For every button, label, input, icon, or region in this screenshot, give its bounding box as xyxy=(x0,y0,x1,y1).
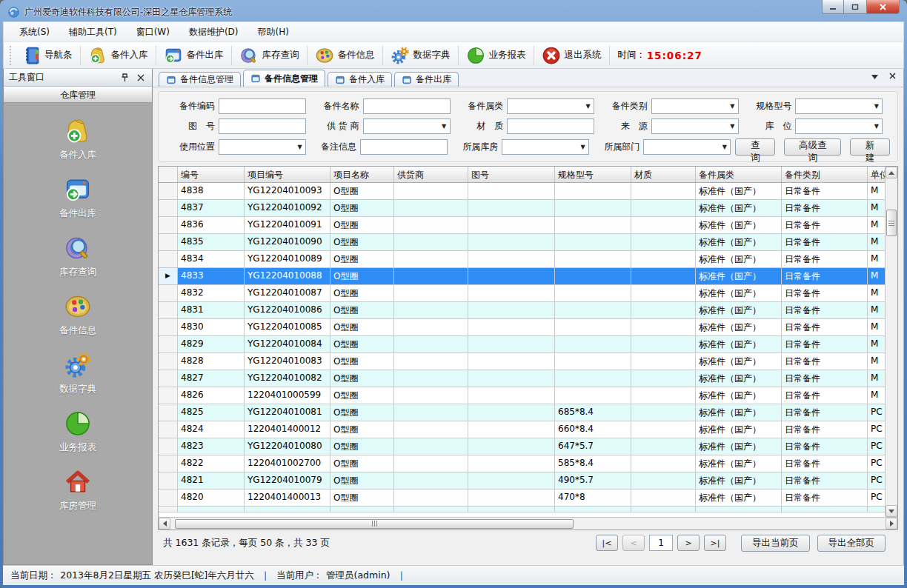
tab-list-dropdown-icon[interactable] xyxy=(869,72,880,81)
table-row[interactable]: 4835YG12204010090O型圈标准件（国产）日常备件M xyxy=(159,234,885,251)
search-select[interactable]: ▼ xyxy=(219,139,306,155)
table-row[interactable]: 48261220401000599O型圈标准件（国产）日常备件M xyxy=(159,387,885,404)
menu-item-4[interactable]: 帮助(H) xyxy=(248,23,299,41)
search-select[interactable]: ▼ xyxy=(651,118,739,134)
scroll-up-icon[interactable] xyxy=(886,167,897,178)
sidebar-item-business-report[interactable]: 业务报表 xyxy=(4,403,152,461)
table-row[interactable]: 4837YG12204010092O型圈标准件（国产）日常备件M xyxy=(159,200,885,217)
maximize-button[interactable] xyxy=(844,0,866,14)
scroll-down-icon[interactable] xyxy=(886,505,897,517)
row-selector-cell[interactable]: ▶ xyxy=(159,268,178,284)
export-all-pages-button[interactable]: 导出全部页 xyxy=(817,535,886,552)
horizontal-scroll-thumb[interactable] xyxy=(175,519,574,529)
table-row[interactable]: 4831YG12204010086O型圈标准件（国产）日常备件M xyxy=(159,302,885,319)
next-page-button[interactable]: > xyxy=(677,535,700,551)
column-header[interactable]: 图号 xyxy=(468,167,555,182)
table-row[interactable]: 4821YG12204010079O型圈490*5.7标准件（国产）日常备件PC xyxy=(159,472,885,490)
horizontal-scrollbar[interactable] xyxy=(159,517,897,529)
first-page-button[interactable]: |< xyxy=(596,535,618,551)
query-button[interactable]: 查询 xyxy=(735,138,775,156)
menu-item-3[interactable]: 数据维护(D) xyxy=(179,23,248,41)
menu-item-0[interactable]: 系统(S) xyxy=(10,23,59,41)
tab-2[interactable]: 备件入库 xyxy=(328,72,392,87)
search-input[interactable] xyxy=(363,98,451,114)
table-row[interactable]: 4829YG12204010084O型圈标准件（国产）日常备件M xyxy=(159,336,885,353)
new-button[interactable]: 新建 xyxy=(850,138,890,156)
column-header[interactable]: 材质 xyxy=(631,167,696,182)
minimize-button[interactable] xyxy=(822,0,844,14)
advanced-query-button[interactable]: 高级查询 xyxy=(784,138,841,156)
table-row[interactable]: 4823YG12204010080O型圈647*5.7标准件（国产）日常备件PC xyxy=(159,438,885,455)
table-row[interactable]: 48241220401400012O型圈660*8.4标准件（国产）日常备件PC xyxy=(159,421,885,438)
search-select[interactable]: ▼ xyxy=(643,139,731,155)
table-row[interactable]: 4834YG12204010089O型圈标准件（国产）日常备件M xyxy=(159,251,885,268)
table-row[interactable]: ▶4833YG12204010088O型圈标准件（国产）日常备件M xyxy=(159,268,885,285)
row-selector-cell[interactable] xyxy=(159,217,178,233)
table-row[interactable]: 4827YG12204010082O型圈标准件（国产）日常备件M xyxy=(159,370,885,387)
search-input[interactable] xyxy=(219,118,306,134)
column-header[interactable]: 规格型号 xyxy=(555,167,631,182)
table-row[interactable]: 4828YG12204010083O型圈标准件（国产）日常备件M xyxy=(159,353,885,370)
column-header[interactable]: 备件类别 xyxy=(782,167,868,182)
table-row[interactable]: 4836YG12204010091O型圈标准件（国产）日常备件M xyxy=(159,217,885,234)
vertical-scroll-thumb[interactable] xyxy=(886,210,897,236)
search-input[interactable] xyxy=(360,139,448,155)
column-header[interactable]: 项目编号 xyxy=(245,167,330,182)
column-header[interactable]: 编号 xyxy=(178,167,245,182)
vertical-scrollbar[interactable] xyxy=(885,167,897,517)
row-selector-cell[interactable] xyxy=(159,183,178,199)
row-selector-cell[interactable] xyxy=(159,455,178,472)
row-selector-cell[interactable] xyxy=(159,387,178,404)
menu-item-2[interactable]: 窗口(W) xyxy=(127,23,179,41)
row-selector-cell[interactable] xyxy=(159,285,178,301)
column-header[interactable]: 单位 xyxy=(868,167,885,182)
row-selector-cell[interactable] xyxy=(159,251,178,267)
tab-0[interactable]: 备件信息管理 xyxy=(159,72,241,87)
toolbar-item-inventory-query[interactable]: 库存查询 xyxy=(234,44,305,67)
search-select[interactable]: ▼ xyxy=(795,98,883,114)
table-row[interactable]: 4825YG12204010081O型圈685*8.4标准件（国产）日常备件PC xyxy=(159,404,885,421)
last-page-button[interactable]: >| xyxy=(704,535,726,551)
toolbar-item-parts-outbound[interactable]: 备件出库 xyxy=(159,44,229,67)
column-header[interactable]: 供货商 xyxy=(394,167,468,182)
sidebar-item-parts-inbound[interactable]: 备件入库 xyxy=(4,110,152,169)
tab-close-icon[interactable] xyxy=(887,72,897,81)
row-selector-cell[interactable] xyxy=(159,200,178,216)
page-input[interactable] xyxy=(649,535,673,551)
toolbar-item-navigator[interactable]: 导航条 xyxy=(16,44,78,67)
table-row[interactable]: 48201220401400013O型圈470*8标准件（国产）日常备件PC xyxy=(159,490,885,507)
search-select[interactable]: ▼ xyxy=(507,98,594,114)
scroll-left-icon[interactable] xyxy=(159,518,170,529)
row-selector-cell[interactable] xyxy=(159,319,178,335)
close-button[interactable] xyxy=(866,0,900,14)
sidebar-item-data-dictionary[interactable]: 数据字典 xyxy=(4,344,152,403)
tab-1[interactable]: 备件信息管理 xyxy=(243,70,325,87)
row-selector-cell[interactable] xyxy=(159,336,178,353)
sidebar-item-parts-outbound[interactable]: 备件出库 xyxy=(4,169,152,227)
table-row[interactable]: 48221220401002700O型圈585*8.4标准件（国产）日常备件PC xyxy=(159,455,885,472)
row-selector-cell[interactable] xyxy=(159,404,178,421)
toolbar-item-parts-info[interactable]: 备件信息 xyxy=(310,44,380,67)
scroll-right-icon[interactable] xyxy=(886,518,897,529)
row-selector-cell[interactable] xyxy=(159,353,178,370)
search-select[interactable]: ▼ xyxy=(363,118,451,134)
tab-3[interactable]: 备件出库 xyxy=(394,72,459,87)
search-input[interactable] xyxy=(507,118,594,134)
toolbar-item-parts-inbound[interactable]: 备件入库 xyxy=(83,44,153,67)
prev-page-button[interactable]: < xyxy=(622,535,645,551)
row-selector-cell[interactable] xyxy=(159,302,178,318)
menu-item-1[interactable]: 辅助工具(T) xyxy=(59,23,127,41)
column-header[interactable]: 备件属类 xyxy=(696,167,782,182)
sidebar-close-icon[interactable] xyxy=(135,72,147,84)
table-row[interactable]: 4830YG12204010085O型圈标准件（国产）日常备件M xyxy=(159,319,885,336)
sidebar-item-warehouse-mgmt[interactable]: 库房管理 xyxy=(4,461,152,520)
toolbar-item-exit-system[interactable]: 退出系统 xyxy=(536,44,607,67)
search-select[interactable]: ▼ xyxy=(651,98,739,114)
toolbar-item-business-report[interactable]: 业务报表 xyxy=(461,44,531,67)
table-row[interactable]: 4832YG12204010087O型圈标准件（国产）日常备件M xyxy=(159,285,885,302)
search-input[interactable] xyxy=(219,98,306,114)
export-current-page-button[interactable]: 导出当前页 xyxy=(741,535,810,552)
toolbar-grip[interactable] xyxy=(10,46,13,65)
sidebar-item-inventory-query[interactable]: 库存查询 xyxy=(4,227,152,286)
column-header[interactable]: 项目名称 xyxy=(330,167,394,182)
